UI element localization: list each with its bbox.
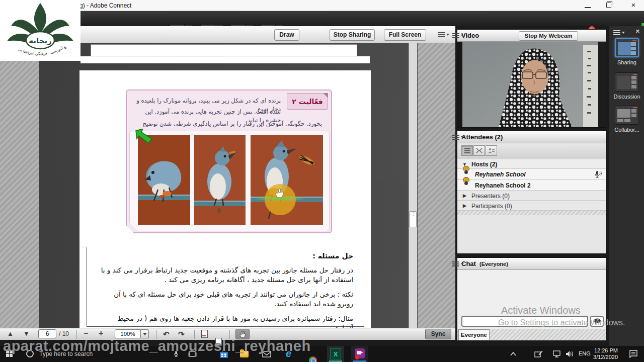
send-chat-button[interactable] [590, 316, 604, 327]
chat-message-input[interactable] [461, 316, 588, 327]
doc-paragraph-1: در رفتار حل مسئله جانور بین تجربه های گذ… [97, 265, 353, 285]
language-indicator[interactable]: ENG [579, 350, 591, 356]
doc-table-cell: حل مسئله : در رفتار حل مسئله جانور بین ت… [87, 247, 364, 327]
layout-sharing-label[interactable]: Sharing [609, 59, 644, 65]
attendees-pod-title: Attendees (2) [461, 133, 503, 141]
attendees-empty-area [457, 215, 606, 253]
window-title: g) - Adobe Connect [79, 2, 131, 9]
chat-input-row [457, 314, 606, 329]
tray-chevron-icon[interactable] [510, 352, 516, 356]
breakout-view-button[interactable] [473, 145, 485, 156]
recorder-taskbar-item[interactable] [351, 346, 368, 362]
stop-my-webcam-button[interactable]: Stop My Webcam [519, 31, 578, 41]
video-pod-menu-icon[interactable] [452, 33, 459, 39]
expand-triangle-icon[interactable]: ▶ [463, 203, 466, 208]
previous-page-fragment [91, 44, 357, 56]
tray-date: 3/12/2020 [593, 354, 618, 360]
activity-tab: فعّالیت ۲ [287, 93, 328, 110]
page-total-label: / 10 [59, 330, 69, 337]
document-page: فعّالیت ۲ پرنده ای که در شکل زیر می بینی… [79, 70, 371, 328]
participants-group-label: Participants (0) [471, 203, 512, 210]
attendee-name: Reyhaneh School 2 [475, 182, 531, 189]
active-mic-icon [594, 170, 602, 178]
chat-pod-header: Chat (Everyone) [457, 258, 606, 270]
layout-sharing-icon[interactable] [615, 38, 639, 57]
close-icon[interactable]: × [627, 1, 640, 8]
layouts-close-icon[interactable]: ✕ [635, 28, 640, 35]
excel-icon: X [330, 348, 341, 359]
full-screen-button[interactable]: Full Screen [384, 29, 426, 41]
layouts-menu-icon[interactable] [613, 30, 620, 36]
attendee-row-host-1[interactable]: Reyhaneh School [457, 169, 606, 180]
doc-example: مثال: رفتار شمپانزه برای رسیدن به موز ها… [97, 314, 353, 328]
document-scrollbar[interactable]: ⋮ [409, 43, 417, 328]
tray-speaker-icon[interactable] [566, 350, 574, 357]
menu-bar: youts Pods Audio Help [0, 11, 644, 26]
page-number-input[interactable]: 6 [38, 329, 56, 338]
page-down-button[interactable]: ▼ [23, 330, 30, 337]
zoom-level-select[interactable]: 100% [115, 329, 141, 338]
page-up-button[interactable]: ▲ [7, 330, 14, 337]
attendees-pod: Attendees (2) ▼ Hosts (2) Reyhaneh Schoo… [457, 131, 606, 253]
tray-time: 12:26 PM [593, 347, 618, 354]
layout-collaboration-label[interactable]: Collabor... [609, 127, 644, 133]
hosts-group-label: Hosts (2) [471, 161, 497, 168]
attendee-status-view-button[interactable] [486, 145, 497, 156]
hand-cursor-icon [275, 188, 284, 198]
sync-button[interactable]: Sync [425, 329, 451, 339]
chat-pod-menu-icon[interactable] [452, 261, 459, 267]
green-arrow-annotation [135, 129, 154, 144]
participants-group-row[interactable]: ▶ Participants (0) [457, 201, 606, 211]
excel-taskbar-item[interactable]: X [327, 346, 344, 362]
layout-discussion-icon[interactable] [615, 72, 639, 92]
adobe-connect-window: g) - Adobe Connect × youts Pods Audio [0, 0, 644, 362]
attendee-list-view-button[interactable] [461, 145, 473, 156]
video-pod-header: Video Stop My Webcam [457, 30, 606, 42]
webcam-video [457, 42, 606, 127]
layout-collaboration-icon[interactable] [615, 106, 639, 125]
zoom-in-button[interactable]: + [99, 329, 103, 338]
aparat-watermark: aparat.com/mojtame_amouzeshi_reyhaneh [3, 338, 311, 354]
doc-note: نکته : برخی از جانوران می توانند از تجرب… [97, 290, 353, 309]
hosts-group-row[interactable]: ▼ Hosts (2) [457, 159, 606, 169]
chrome-icon[interactable] [309, 356, 317, 362]
activity-box: فعّالیت ۲ پرنده ای که در شکل زیر می بینی… [126, 89, 332, 233]
attendees-pod-menu-icon[interactable] [452, 135, 459, 140]
doc-heading: حل مسئله : [312, 251, 353, 261]
expand-triangle-icon[interactable]: ▶ [463, 193, 466, 198]
scrollbar-thumb[interactable]: ⋮ [410, 211, 417, 227]
restore-icon[interactable] [606, 3, 611, 8]
export-page-icon[interactable] [201, 330, 208, 338]
activate-windows-watermark: Activate Windows [501, 305, 581, 316]
stop-sharing-button[interactable]: Stop Sharing [330, 29, 375, 41]
chat-bubble-icon [593, 318, 601, 324]
draw-button[interactable]: Draw [274, 29, 299, 41]
zoom-out-button[interactable]: − [84, 329, 88, 338]
logo-name: ریحانه [29, 36, 51, 45]
attendee-name: Reyhaneh School [475, 171, 526, 178]
tray-network-icon[interactable] [552, 350, 561, 357]
share-pod-content: فعّالیت ۲ پرنده ای که در شکل زیر می بینی… [0, 43, 455, 328]
attendee-row-host-2[interactable]: Reyhaneh School 2 [457, 180, 606, 191]
chat-tab-bar: Everyone [457, 329, 606, 340]
list-view-icon [464, 148, 470, 153]
chat-scope-label: (Everyone) [479, 261, 508, 267]
bird-photo-frame [129, 131, 330, 231]
video-pod: Video Stop My Webcam [457, 29, 606, 128]
bird-photo-1 [138, 135, 190, 225]
minimize-icon[interactable] [585, 7, 591, 8]
presenters-group-label: Presenters (0) [471, 193, 510, 200]
screen-recorder-icon [355, 348, 365, 358]
notification-center-icon[interactable] [629, 350, 638, 358]
clock[interactable]: 12:26 PM 3/12/2020 [593, 347, 618, 360]
presenters-group-row[interactable]: ▶ Presenters (0) [457, 191, 606, 201]
layout-discussion-label[interactable]: Discussion [609, 94, 644, 100]
video-pod-title: Video [461, 32, 479, 39]
attendees-view-toolbar [457, 143, 606, 158]
tray-pen-icon[interactable] [534, 350, 543, 357]
chat-tab-everyone[interactable]: Everyone [458, 329, 490, 340]
share-pod-menu-icon[interactable] [438, 32, 445, 38]
zoom-dropdown-icon[interactable] [141, 329, 149, 338]
attendees-pod-header: Attendees (2) [457, 131, 606, 143]
shared-screen: فعّالیت ۲ پرنده ای که در شکل زیر می بینی… [39, 43, 418, 328]
